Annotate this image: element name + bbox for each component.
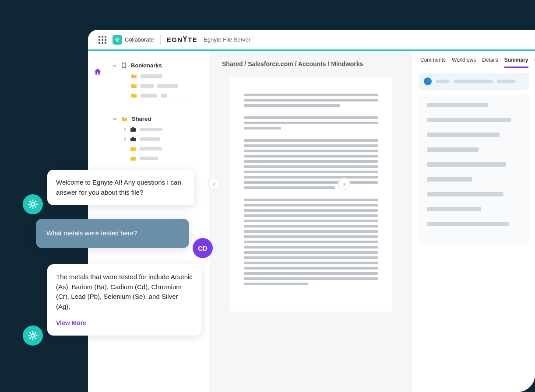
bookmark-icon xyxy=(121,63,127,69)
shared-item[interactable] xyxy=(123,144,204,154)
svg-rect-4 xyxy=(132,137,134,138)
shared-header[interactable]: Shared xyxy=(113,113,204,125)
svg-rect-2 xyxy=(132,127,134,128)
collaborate-label: Collaborate xyxy=(125,36,154,43)
document-page xyxy=(230,77,392,312)
chevron-right-icon xyxy=(123,137,127,141)
view-more-link[interactable]: View More xyxy=(56,318,193,328)
user-message-bubble: What metals were tested here? xyxy=(36,219,189,248)
briefcase-icon xyxy=(130,127,136,132)
shared-item[interactable] xyxy=(123,154,204,163)
ai-greeting-text: Welcome to Egnyte AI! Any questions I ca… xyxy=(56,178,181,196)
bookmarks-header[interactable]: Bookmarks xyxy=(113,60,204,71)
folder-icon xyxy=(131,83,137,88)
ai-avatar-icon xyxy=(23,194,43,214)
chevron-down-icon xyxy=(113,117,117,121)
collaborate-icon xyxy=(113,35,122,45)
svg-point-0 xyxy=(116,39,118,41)
ai-message-bubble: Welcome to Egnyte AI! Any questions I ca… xyxy=(47,170,194,205)
folder-icon xyxy=(130,156,136,161)
bookmark-item[interactable] xyxy=(131,71,204,81)
svg-rect-3 xyxy=(130,138,136,141)
user-avatar: CD xyxy=(193,238,213,258)
bookmark-item[interactable] xyxy=(131,81,204,91)
tab-comments[interactable]: Comments xyxy=(420,57,446,68)
chevron-right-icon xyxy=(123,127,127,132)
tab-details[interactable]: Details xyxy=(482,57,498,68)
shared-label: Shared xyxy=(132,116,151,122)
tabs-bar: Comments Workflows Details Summary Q&A xyxy=(412,51,535,68)
document-area: ‹ › xyxy=(209,77,412,392)
next-page-button[interactable]: › xyxy=(338,178,350,190)
summary-header-pill xyxy=(419,73,529,90)
folder-icon xyxy=(131,74,137,79)
header-subtitle: Egnyte File Server xyxy=(204,36,250,43)
svg-point-5 xyxy=(31,203,35,206)
ai-answer-text: The metals that were tested for include … xyxy=(56,273,193,310)
summary-list xyxy=(419,95,529,245)
breadcrumb[interactable]: Shared / Salesforce.com / Accounts / Min… xyxy=(209,51,412,77)
apps-grid-icon[interactable] xyxy=(99,36,106,44)
ai-message-bubble: The metals that were tested for include … xyxy=(47,264,201,336)
prev-page-button[interactable]: ‹ xyxy=(208,178,220,190)
collaborate-badge[interactable]: Collaborate xyxy=(113,35,154,45)
chevron-down-icon xyxy=(113,63,117,68)
user-question-text: What metals were tested here? xyxy=(46,229,137,237)
shared-item[interactable] xyxy=(123,125,204,134)
tab-workflows[interactable]: Workflows xyxy=(452,57,476,68)
svg-rect-1 xyxy=(130,128,136,132)
briefcase-icon xyxy=(130,136,136,142)
folder-icon xyxy=(131,93,137,98)
status-dot-icon xyxy=(424,77,432,85)
folder-icon xyxy=(121,116,127,122)
bookmark-item[interactable] xyxy=(131,91,204,100)
header-divider xyxy=(160,35,161,45)
folder-icon xyxy=(130,146,136,151)
ai-avatar-icon xyxy=(23,326,43,346)
egnyte-logo: EGNYTE xyxy=(167,36,198,43)
svg-point-6 xyxy=(31,334,35,337)
tab-summary[interactable]: Summary xyxy=(504,57,528,68)
content-area: Shared / Salesforce.com / Accounts / Min… xyxy=(209,51,412,392)
app-window: Collaborate EGNYTE Egnyte File Server Bo… xyxy=(88,30,535,392)
shared-item[interactable] xyxy=(123,134,204,144)
header-bar: Collaborate EGNYTE Egnyte File Server xyxy=(88,30,535,51)
bookmarks-label: Bookmarks xyxy=(131,62,162,69)
right-panel: Comments Workflows Details Summary Q&A xyxy=(412,51,535,392)
